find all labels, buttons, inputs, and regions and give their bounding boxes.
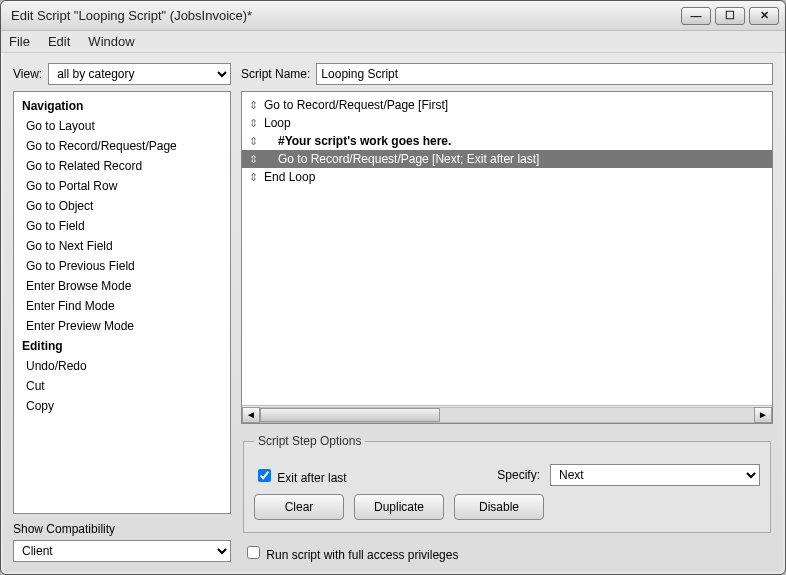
full-access-checkbox[interactable] — [247, 546, 260, 559]
menu-file[interactable]: File — [9, 34, 30, 49]
options-row-2: Clear Duplicate Disable — [254, 494, 760, 520]
menubar: File Edit Window — [1, 31, 785, 53]
drag-grip-icon[interactable]: ⇕ — [248, 117, 258, 130]
menu-edit[interactable]: Edit — [48, 34, 70, 49]
exit-after-last-label: Exit after last — [277, 471, 346, 485]
view-select[interactable]: all by category — [48, 63, 231, 85]
drag-grip-icon[interactable]: ⇕ — [248, 171, 258, 184]
compat-select[interactable]: Client — [13, 540, 231, 562]
titlebar: Edit Script "Looping Script" (JobsInvoic… — [1, 1, 785, 31]
script-step[interactable]: ⇕End Loop — [242, 168, 772, 186]
script-name-label: Script Name: — [241, 67, 310, 81]
script-step-text: Go to Record/Request/Page [Next; Exit af… — [264, 152, 539, 166]
drag-grip-icon[interactable]: ⇕ — [248, 135, 258, 148]
view-row: View: all by category — [13, 63, 231, 85]
full-access-label-wrap[interactable]: Run script with full access privileges — [243, 543, 458, 562]
scroll-track[interactable] — [260, 407, 754, 423]
catalog-item[interactable]: Go to Layout — [16, 116, 228, 136]
edit-script-window: Edit Script "Looping Script" (JobsInvoic… — [0, 0, 786, 575]
catalog-item[interactable]: Copy — [16, 396, 228, 416]
horizontal-scrollbar[interactable]: ◄ ► — [242, 405, 772, 423]
catalog-item[interactable]: Go to Record/Request/Page — [16, 136, 228, 156]
scroll-thumb[interactable] — [260, 408, 440, 422]
script-step-catalog[interactable]: NavigationGo to LayoutGo to Record/Reque… — [13, 91, 231, 514]
disable-button[interactable]: Disable — [454, 494, 544, 520]
window-title: Edit Script "Looping Script" (JobsInvoic… — [7, 8, 681, 23]
script-step[interactable]: ⇕#Your script's work goes here. — [242, 132, 772, 150]
full-access-label: Run script with full access privileges — [266, 548, 458, 562]
script-step[interactable]: ⇕Go to Record/Request/Page [First] — [242, 96, 772, 114]
specify-label: Specify: — [497, 468, 540, 482]
view-label: View: — [13, 67, 42, 81]
right-column: Script Name: ⇕Go to Record/Request/Page … — [241, 63, 773, 562]
maximize-icon: ☐ — [725, 9, 735, 22]
drag-grip-icon[interactable]: ⇕ — [248, 99, 258, 112]
minimize-button[interactable]: — — [681, 7, 711, 25]
script-step[interactable]: ⇕Loop — [242, 114, 772, 132]
content-area: View: all by category NavigationGo to La… — [1, 53, 785, 574]
options-row-1: Exit after last Specify: Next — [254, 464, 760, 486]
script-step-text: Loop — [264, 116, 291, 130]
scroll-right-button[interactable]: ► — [754, 407, 772, 423]
close-icon: ✕ — [760, 9, 769, 22]
left-column: View: all by category NavigationGo to La… — [13, 63, 231, 562]
window-buttons: — ☐ ✕ — [681, 7, 779, 25]
catalog-item[interactable]: Enter Browse Mode — [16, 276, 228, 296]
script-step-text: #Your script's work goes here. — [264, 134, 451, 148]
catalog-item[interactable]: Go to Next Field — [16, 236, 228, 256]
catalog-item[interactable]: Enter Find Mode — [16, 296, 228, 316]
exit-after-last-checkbox[interactable] — [258, 469, 271, 482]
catalog-item[interactable]: Go to Field — [16, 216, 228, 236]
close-button[interactable]: ✕ — [749, 7, 779, 25]
catalog-item[interactable]: Go to Related Record — [16, 156, 228, 176]
script-step[interactable]: ⇕Go to Record/Request/Page [Next; Exit a… — [242, 150, 772, 168]
script-step-text: Go to Record/Request/Page [First] — [264, 98, 448, 112]
exit-after-last-label-wrap[interactable]: Exit after last — [254, 466, 347, 485]
duplicate-button[interactable]: Duplicate — [354, 494, 444, 520]
catalog-item[interactable]: Enter Preview Mode — [16, 316, 228, 336]
compat-label: Show Compatibility — [13, 522, 231, 536]
footer-row: Run script with full access privileges — [241, 543, 773, 562]
options-legend: Script Step Options — [254, 434, 365, 448]
maximize-button[interactable]: ☐ — [715, 7, 745, 25]
catalog-item[interactable]: Undo/Redo — [16, 356, 228, 376]
catalog-item[interactable]: Go to Portal Row — [16, 176, 228, 196]
drag-grip-icon[interactable]: ⇕ — [248, 153, 258, 166]
script-name-input[interactable] — [316, 63, 773, 85]
script-step-text: End Loop — [264, 170, 315, 184]
catalog-item[interactable]: Go to Object — [16, 196, 228, 216]
clear-button[interactable]: Clear — [254, 494, 344, 520]
menu-window[interactable]: Window — [88, 34, 134, 49]
catalog-category: Editing — [16, 336, 228, 356]
catalog-item[interactable]: Cut — [16, 376, 228, 396]
script-name-row: Script Name: — [241, 63, 773, 85]
scroll-left-button[interactable]: ◄ — [242, 407, 260, 423]
script-steps-list[interactable]: ⇕Go to Record/Request/Page [First]⇕Loop⇕… — [242, 92, 772, 405]
minimize-icon: — — [691, 10, 702, 22]
script-step-options: Script Step Options Exit after last Spec… — [243, 434, 771, 533]
compatibility-section: Show Compatibility Client — [13, 522, 231, 562]
catalog-category: Navigation — [16, 96, 228, 116]
specify-select[interactable]: Next — [550, 464, 760, 486]
script-steps-box: ⇕Go to Record/Request/Page [First]⇕Loop⇕… — [241, 91, 773, 424]
catalog-item[interactable]: Go to Previous Field — [16, 256, 228, 276]
